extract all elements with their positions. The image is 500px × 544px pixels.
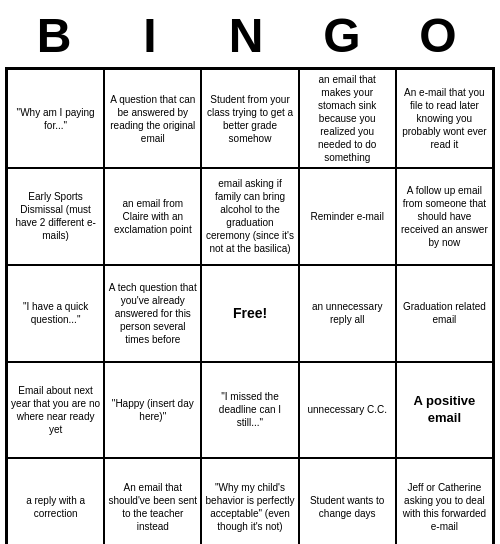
bingo-cell-22: "Why my child's behavior is perfectly ac… bbox=[201, 458, 298, 544]
bingo-cell-18: unnecessary C.C. bbox=[299, 362, 396, 459]
bingo-cell-14: Graduation related email bbox=[396, 265, 493, 362]
bingo-title: B I N G O bbox=[0, 0, 500, 67]
bingo-cell-13: an unnecessary reply all bbox=[299, 265, 396, 362]
bingo-cell-20: a reply with a correction bbox=[7, 458, 104, 544]
title-i: I bbox=[106, 8, 202, 63]
bingo-cell-24: Jeff or Catherine asking you to deal wit… bbox=[396, 458, 493, 544]
bingo-cell-8: Reminder e-mail bbox=[299, 168, 396, 265]
bingo-cell-11: A tech question that you've already answ… bbox=[104, 265, 201, 362]
title-g: G bbox=[298, 8, 394, 63]
bingo-cell-4: An e-mail that you file to read later kn… bbox=[396, 69, 493, 168]
bingo-cell-2: Student from your class trying to get a … bbox=[201, 69, 298, 168]
bingo-cell-7: email asking if family can bring alcohol… bbox=[201, 168, 298, 265]
bingo-cell-1: A question that can be answered by readi… bbox=[104, 69, 201, 168]
title-b: B bbox=[10, 8, 106, 63]
bingo-cell-10: "I have a quick question..." bbox=[7, 265, 104, 362]
bingo-cell-23: Student wants to change days bbox=[299, 458, 396, 544]
bingo-grid: "Why am I paying for..."A question that … bbox=[5, 67, 495, 544]
bingo-cell-15: Email about next year that you are no wh… bbox=[7, 362, 104, 459]
bingo-cell-5: Early Sports Dismissal (must have 2 diff… bbox=[7, 168, 104, 265]
bingo-cell-19: A positive email bbox=[396, 362, 493, 459]
title-o: O bbox=[394, 8, 490, 63]
title-n: N bbox=[202, 8, 298, 63]
bingo-cell-6: an email from Claire with an exclamation… bbox=[104, 168, 201, 265]
bingo-cell-3: an email that makes your stomach sink be… bbox=[299, 69, 396, 168]
bingo-cell-21: An email that should've been sent to the… bbox=[104, 458, 201, 544]
bingo-cell-9: A follow up email from someone that shou… bbox=[396, 168, 493, 265]
bingo-cell-0: "Why am I paying for..." bbox=[7, 69, 104, 168]
bingo-cell-17: "I missed the deadline can I still..." bbox=[201, 362, 298, 459]
bingo-cell-12: Free! bbox=[201, 265, 298, 362]
bingo-cell-16: "Happy (insert day here)" bbox=[104, 362, 201, 459]
